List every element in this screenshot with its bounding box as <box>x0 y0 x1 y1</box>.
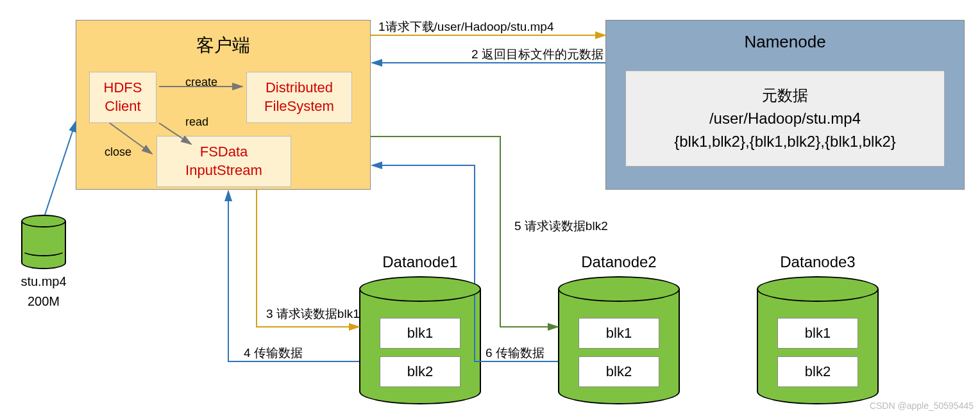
step1-label: 1请求下载/user/Hadoop/stu.mp4 <box>378 19 554 35</box>
metadata-path: /user/Hadoop/stu.mp4 <box>709 107 861 130</box>
source-file: stu.mp4 200M <box>18 215 69 309</box>
datanode1-cylinder-icon: blk1 blk2 <box>359 276 481 404</box>
svg-line-5 <box>45 122 76 215</box>
step4-label: 4 传输数据 <box>244 345 303 361</box>
hdfs-client-box: HDFS Client <box>89 72 156 123</box>
hdfs-client-label: HDFS Client <box>104 79 142 115</box>
namenode-title: Namenode <box>606 32 964 52</box>
datanode1: Datanode1 blk1 blk2 <box>359 253 481 404</box>
datanode3-blk1: blk1 <box>777 318 858 349</box>
distributed-fs-box: Distributed FileSystem <box>246 72 352 123</box>
datanode2: Datanode2 blk1 blk2 <box>558 253 680 404</box>
file-name: stu.mp4 <box>18 274 69 289</box>
file-size: 200M <box>18 294 69 309</box>
client-container: 客户端 HDFS Client Distributed FileSystem F… <box>76 20 371 190</box>
step5-label: 5 请求读数据blk2 <box>514 218 608 235</box>
fsdata-inputstream-box: FSData InputStream <box>156 136 291 187</box>
datanode3-cylinder-icon: blk1 blk2 <box>757 276 879 404</box>
namenode-container: Namenode 元数据 /user/Hadoop/stu.mp4 {blk1,… <box>605 20 965 190</box>
database-icon <box>21 215 66 269</box>
watermark: CSDN @apple_50595445 <box>870 401 974 411</box>
metadata-box: 元数据 /user/Hadoop/stu.mp4 {blk1,blk2},{bl… <box>625 70 945 167</box>
client-title: 客户端 <box>76 33 370 58</box>
step2-label: 2 返回目标文件的元数据 <box>471 46 604 63</box>
distributed-fs-label: Distributed FileSystem <box>264 79 334 115</box>
read-label: read <box>185 115 208 129</box>
datanode1-blk1: blk1 <box>380 318 460 349</box>
datanode2-cylinder-icon: blk1 blk2 <box>558 276 680 404</box>
datanode2-title: Datanode2 <box>558 253 680 271</box>
datanode3: Datanode3 blk1 blk2 <box>757 253 879 404</box>
datanode3-title: Datanode3 <box>757 253 879 271</box>
create-label: create <box>185 76 217 89</box>
close-label: close <box>105 145 131 159</box>
datanode3-blk2: blk2 <box>777 356 858 387</box>
datanode1-blk2: blk2 <box>380 356 460 387</box>
metadata-title: 元数据 <box>762 84 808 107</box>
datanode1-title: Datanode1 <box>359 253 481 271</box>
step3-label: 3 请求读数据blk1 <box>266 306 360 322</box>
fsdata-label: FSData InputStream <box>185 143 262 179</box>
datanode2-blk1: blk1 <box>579 318 659 349</box>
step6-label: 6 传输数据 <box>486 345 545 361</box>
datanode2-blk2: blk2 <box>579 356 659 387</box>
metadata-blocks: {blk1,blk2},{blk1,blk2},{blk1,blk2} <box>674 130 896 153</box>
